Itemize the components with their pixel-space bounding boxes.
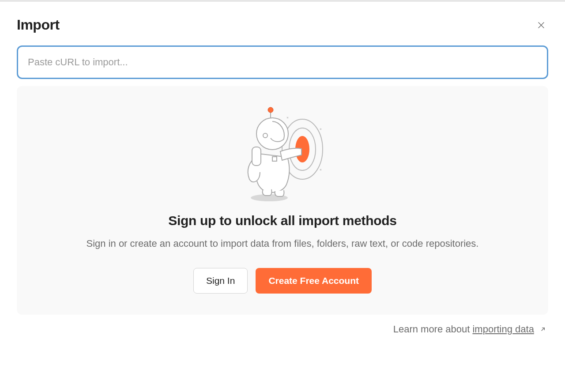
modal-header: Import — [17, 17, 548, 33]
svg-rect-4 — [252, 147, 261, 166]
learn-more-footer: Learn more about importing data — [17, 324, 548, 335]
close-button[interactable] — [534, 18, 548, 32]
sign-in-button[interactable]: Sign In — [193, 268, 248, 294]
promo-heading: Sign up to unlock all import methods — [34, 213, 531, 228]
svg-point-9 — [268, 107, 273, 113]
curl-input[interactable] — [28, 57, 537, 68]
promo-body: Sign in or create an account to import d… — [84, 236, 481, 251]
curl-input-container[interactable] — [17, 45, 548, 79]
import-modal: Import — [0, 2, 565, 335]
signup-promo-panel: Sign up to unlock all import methods Sig… — [17, 86, 548, 315]
learn-more-prefix: Learn more about — [393, 324, 473, 335]
external-link-icon — [539, 324, 546, 335]
modal-title: Import — [17, 17, 60, 33]
create-account-button[interactable]: Create Free Account — [256, 268, 372, 294]
importing-data-link[interactable]: importing data — [472, 324, 534, 335]
close-icon — [536, 20, 546, 30]
promo-actions: Sign In Create Free Account — [34, 268, 531, 294]
astronaut-portal-illustration — [232, 103, 333, 204]
